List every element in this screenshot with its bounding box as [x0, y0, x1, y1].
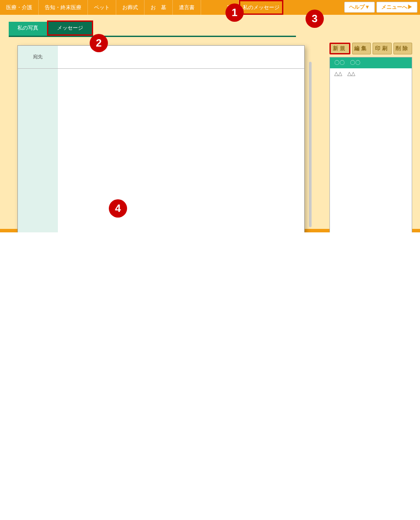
list-item[interactable]: 〇〇 〇〇 — [330, 57, 412, 68]
annotation-badge-2: 2 — [90, 34, 108, 52]
nav-item-medical[interactable]: 医療・介護 — [0, 0, 39, 15]
recipient-label: 宛先 — [18, 46, 58, 68]
annotation-badge-3: 3 — [306, 10, 324, 28]
nav-item-pet[interactable]: ペット — [88, 0, 116, 15]
annotation-badge-4: 4 — [109, 199, 127, 218]
print-button[interactable]: 印刷 — [373, 43, 392, 54]
new-button[interactable]: 新規 — [329, 43, 350, 54]
row-message: メッセージ — [18, 69, 304, 232]
delete-button[interactable]: 削除 — [393, 43, 413, 54]
annotation-badge-1: 1 — [225, 3, 244, 22]
row-recipient: 宛先 — [18, 46, 304, 69]
nav-item-notify[interactable]: 告知・終末医療 — [39, 0, 88, 15]
sidebar: 新規 編集 印刷 削除 〇〇 〇〇 △△ △△ — [329, 43, 412, 232]
form-panel-container: 宛先 メッセージ 関連資料 ファイル1 関連資料 ファイル2 関連資料 ファイル… — [17, 45, 305, 232]
edit-button[interactable]: 編集 — [352, 43, 371, 54]
scrollbar[interactable] — [309, 62, 312, 227]
message-label: メッセージ — [18, 69, 58, 232]
tabs-row: 私の写真 メッセージ — [9, 22, 417, 36]
tab-my-photos[interactable]: 私の写真 — [9, 22, 47, 36]
message-field[interactable] — [58, 69, 304, 232]
tab-message[interactable]: メッセージ — [47, 20, 93, 36]
sidebar-buttons: 新規 編集 印刷 削除 — [329, 43, 412, 54]
list-item[interactable]: △△ △△ — [330, 68, 412, 79]
nav-item-grave[interactable]: お 墓 — [144, 0, 173, 15]
tab-underline — [9, 36, 296, 37]
nav-item-will[interactable]: 遺言書 — [173, 0, 201, 15]
form-panel: 宛先 メッセージ 関連資料 ファイル1 関連資料 ファイル2 関連資料 ファイル… — [17, 45, 305, 232]
top-nav-bar: 医療・介護 告知・終末医療 ペット お葬式 お 墓 遺言書 理 私のメッセージ … — [0, 0, 420, 15]
sidebar-list: 〇〇 〇〇 △△ △△ — [329, 57, 412, 232]
help-button[interactable]: ヘルプ▼ — [344, 2, 375, 13]
menu-button[interactable]: メニューへ▶ — [376, 2, 417, 13]
nav-item-my-message[interactable]: 私のメッセージ — [239, 0, 283, 15]
topbar-right: ヘルプ▼ メニューへ▶ — [344, 2, 417, 13]
nav-item-funeral[interactable]: お葬式 — [116, 0, 144, 15]
